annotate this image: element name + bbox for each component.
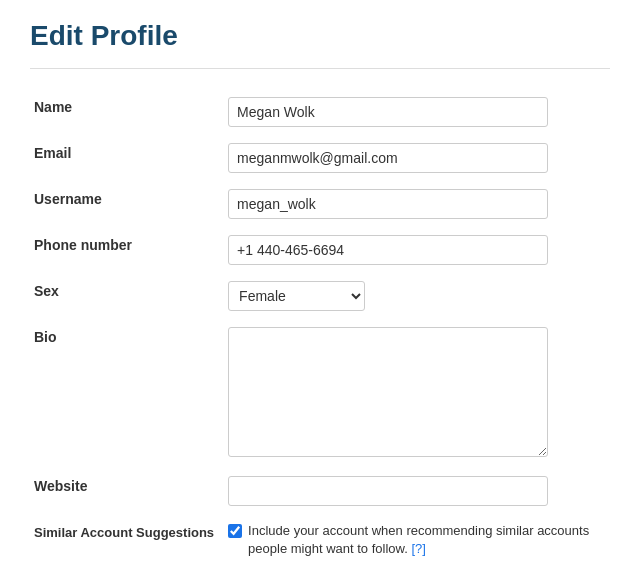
similar-account-row: Similar Account Suggestions Include your… <box>30 514 610 566</box>
username-input[interactable] <box>228 189 548 219</box>
website-row: Website <box>30 468 610 514</box>
name-input[interactable] <box>228 97 548 127</box>
name-row: Name <box>30 89 610 135</box>
phone-input[interactable] <box>228 235 548 265</box>
sex-select[interactable]: Female Male Prefer not to say <box>228 281 365 311</box>
bio-label: Bio <box>30 319 218 468</box>
similar-account-help-link[interactable]: [?] <box>411 541 425 556</box>
phone-row: Phone number <box>30 227 610 273</box>
similar-account-checkbox-row: Include your account when recommending s… <box>228 522 606 558</box>
website-input[interactable] <box>228 476 548 506</box>
sex-row: Sex Female Male Prefer not to say <box>30 273 610 319</box>
title-divider <box>30 68 610 69</box>
website-label: Website <box>30 468 218 514</box>
name-label: Name <box>30 89 218 135</box>
similar-account-checkbox-label: Include your account when recommending s… <box>248 522 606 558</box>
username-label: Username <box>30 181 218 227</box>
email-row: Email <box>30 135 610 181</box>
bio-row: Bio <box>30 319 610 468</box>
page-container: Edit Profile Name Email <box>0 0 640 578</box>
similar-account-checkbox[interactable] <box>228 524 242 538</box>
similar-account-label: Similar Account Suggestions <box>30 514 218 566</box>
page-title: Edit Profile <box>30 20 610 52</box>
form-table: Name Email Username <box>30 89 610 566</box>
sex-label: Sex <box>30 273 218 319</box>
username-row: Username <box>30 181 610 227</box>
bio-textarea[interactable] <box>228 327 548 457</box>
email-label: Email <box>30 135 218 181</box>
phone-label: Phone number <box>30 227 218 273</box>
email-input[interactable] <box>228 143 548 173</box>
edit-profile-form: Name Email Username <box>30 89 610 578</box>
